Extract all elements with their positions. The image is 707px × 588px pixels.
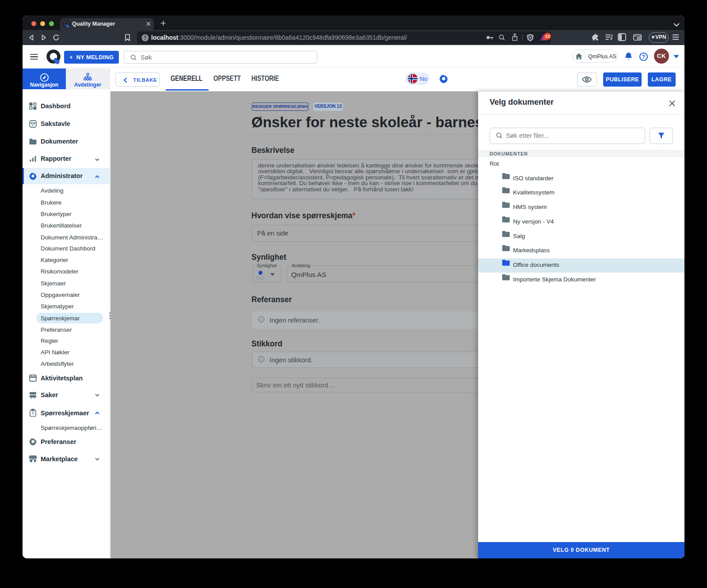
svg-text:?: ? [32,411,34,416]
svg-text:?: ? [642,54,645,60]
